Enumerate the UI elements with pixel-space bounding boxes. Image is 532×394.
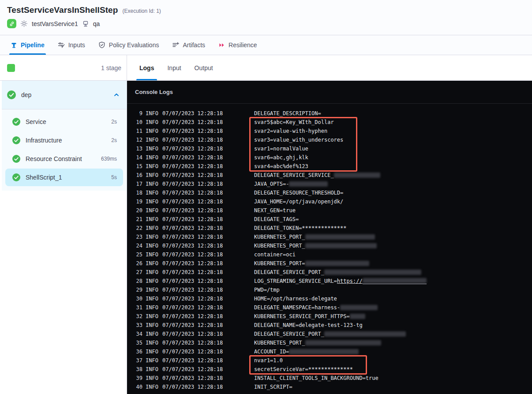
log-text: KUBERNETES_PORT_ [254, 243, 305, 249]
step-resource-constraint[interactable]: Resource Constraint639ms [5, 150, 123, 168]
log-link[interactable]: https:// [337, 278, 363, 284]
log-line-number: 19 [132, 199, 142, 205]
gear-icon [20, 20, 28, 27]
log-line-number: 26 [132, 260, 142, 266]
step-service[interactable]: Service2s [5, 113, 123, 131]
log-text: INSTALL_CLIENT_TOOLS_IN_BACKGROUND=true [254, 375, 378, 381]
log-timestamp: 07/07/2023 12:28:18 [162, 304, 224, 311]
log-text: svar3=value_with_underscores [254, 137, 343, 143]
log-timestamp: 07/07/2023 12:28:18 [162, 216, 224, 222]
log-message: LOG_STREAMING_SERVICE_URL=https:// [254, 278, 427, 284]
log-timestamp: 07/07/2023 12:28:18 [162, 181, 224, 187]
log-level: INFO [146, 154, 159, 161]
tab-policy-evaluations[interactable]: Policy Evaluations [98, 35, 159, 55]
log-text: INIT_SCRIPT= [254, 384, 292, 390]
log-line-number: 39 [132, 375, 142, 381]
log-level: INFO [146, 278, 159, 284]
log-message: svar6=abc,ghj,klk [254, 154, 308, 161]
service-name[interactable]: testVarsService1 [32, 20, 78, 27]
log-level: INFO [146, 375, 159, 381]
step-duration: 2s [111, 119, 117, 125]
log-message: container=oci [254, 251, 296, 258]
log-timestamp: 07/07/2023 12:28:18 [162, 278, 224, 284]
log-timestamp: 07/07/2023 12:28:18 [162, 137, 224, 143]
log-line-number: 30 [132, 296, 142, 302]
execution-id: (Execution Id: 1) [122, 8, 161, 14]
log-line: 30INFO07/07/2023 12:28:18HOME=/opt/harne… [127, 294, 532, 303]
resilience-icon [218, 42, 225, 49]
log-timestamp: 07/07/2023 12:28:18 [162, 296, 224, 302]
log-message: svar1=normalValue [254, 146, 308, 152]
log-timestamp: 07/07/2023 12:28:18 [162, 154, 224, 161]
log-text: PWD=/tmp [254, 287, 280, 293]
environment-name[interactable]: qa [93, 20, 100, 27]
log-message: svar5$abc=Key_WIth_Dollar [254, 119, 334, 125]
log-text: DELEGATE_NAME=delegate-test-123-tg [254, 322, 363, 328]
page-body: 1 stage dep Service2sInfrastructure2sRes… [0, 55, 532, 394]
redacted-link [363, 278, 427, 284]
log-level: INFO [146, 322, 159, 328]
page-header: TestServiceVarsInShellStep (Execution Id… [0, 0, 532, 35]
log-timestamp: 07/07/2023 12:28:18 [162, 375, 224, 381]
log-line-number: 20 [132, 207, 142, 214]
log-list: 9INFO07/07/2023 12:28:18DELEGATE_DESCRIP… [127, 104, 532, 391]
log-level: INFO [146, 269, 159, 275]
tab-inputs[interactable]: Inputs [58, 35, 85, 55]
log-level: INFO [146, 287, 159, 293]
log-line: 14INFO07/07/2023 12:28:18svar6=abc,ghj,k… [127, 153, 532, 162]
log-line-number: 38 [132, 366, 142, 372]
log-text: KUBERNETES_PORT_ [254, 234, 305, 240]
step-label: Service [26, 118, 46, 125]
log-message: NEXT_GEN=true [254, 207, 296, 214]
pipeline-icon [11, 42, 17, 49]
tab-pipeline[interactable]: Pipeline [11, 35, 45, 55]
tab-artifacts[interactable]: Artifacts [172, 35, 205, 55]
log-line: 16INFO07/07/2023 12:28:18DELEGATE_SERVIC… [127, 171, 532, 180]
log-line: 33INFO07/07/2023 12:28:18DELEGATE_NAME=d… [127, 321, 532, 330]
title-row: TestServiceVarsInShellStep (Execution Id… [0, 0, 532, 15]
log-line-number: 34 [132, 331, 142, 337]
stage-header-dep[interactable]: dep [2, 81, 127, 109]
log-text: DELEGATE_SERVICE_SERVICE_ [254, 172, 334, 178]
tab-label: Pipeline [21, 41, 45, 49]
log-text: svar4=abc%def%123 [254, 163, 308, 169]
log-line-number: 12 [132, 137, 142, 143]
logs-tab-input[interactable]: Input [167, 55, 181, 80]
log-message: DELEGATE_TAGS= [254, 216, 299, 222]
log-message: INIT_SCRIPT= [254, 384, 292, 390]
log-message: KUBERNETES_SERVICE_PORT_HTTPS= [254, 313, 365, 319]
check-circle-icon [12, 136, 20, 144]
step-infrastructure[interactable]: Infrastructure2s [5, 131, 123, 149]
log-message: svar2=value-with-hyphen [254, 128, 327, 134]
log-line-number: 18 [132, 190, 142, 196]
log-message: PWD=/tmp [254, 287, 280, 293]
tab-resilience[interactable]: Resilience [218, 35, 257, 55]
log-text: JAVA_HOME=/opt/java/openjdk/ [254, 199, 343, 205]
redacted-text [340, 305, 378, 310]
log-text: DELEGATE_TAGS= [254, 216, 299, 222]
environment-icon [82, 20, 89, 27]
chevron-up-icon[interactable] [113, 92, 120, 98]
logs-tab-output[interactable]: Output [195, 55, 213, 80]
log-timestamp: 07/07/2023 12:28:18 [162, 322, 224, 328]
log-line: 40INFO07/07/2023 12:28:18INIT_SCRIPT= [127, 383, 532, 391]
log-level: INFO [146, 225, 159, 231]
log-level: INFO [146, 146, 159, 152]
log-timestamp: 07/07/2023 12:28:18 [162, 207, 224, 214]
logs-tab-logs[interactable]: Logs [139, 55, 154, 80]
log-line: 25INFO07/07/2023 12:28:18container=oci [127, 250, 532, 259]
log-line-number: 23 [132, 234, 142, 240]
step-shellscript-1[interactable]: ShellScript_15s [5, 169, 123, 186]
log-text: JAVA_OPTS=- [254, 181, 289, 187]
log-line-number: 22 [132, 225, 142, 231]
log-line: 36INFO07/07/2023 12:28:18ACCOUNT_ID= [127, 347, 532, 356]
log-message: JAVA_HOME=/opt/java/openjdk/ [254, 199, 343, 205]
log-timestamp: 07/07/2023 12:28:18 [162, 199, 224, 205]
log-line: 11INFO07/07/2023 12:28:18svar2=value-wit… [127, 127, 532, 135]
log-line: 31INFO07/07/2023 12:28:18DELEGATE_NAMESP… [127, 303, 532, 312]
log-text: KUBERNETES_PORT= [254, 260, 305, 266]
log-message: KUBERNETES_PORT_ [254, 243, 377, 249]
log-level: INFO [146, 296, 159, 302]
log-line: 34INFO07/07/2023 12:28:18DELEGATE_SERVIC… [127, 330, 532, 338]
log-timestamp: 07/07/2023 12:28:18 [162, 260, 224, 266]
